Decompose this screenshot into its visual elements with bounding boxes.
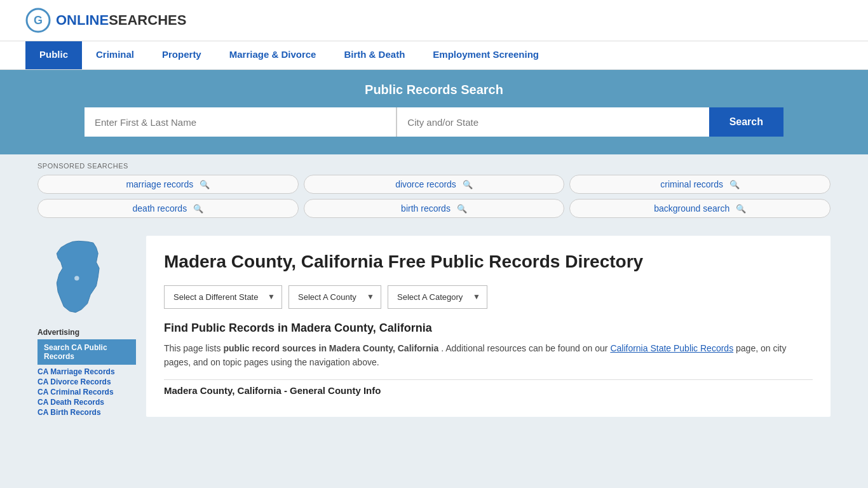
state-dropdown-wrapper[interactable]: Select a Different State ▼ [164,285,282,309]
nav-item-public[interactable]: Public [25,41,82,69]
search-button[interactable]: Search [709,107,783,137]
sponsored-label: SPONSORED SEARCHES [37,162,831,170]
search-icon-birth: 🔍 [457,204,467,214]
search-icon-criminal: 🔍 [729,180,740,189]
svg-text:G: G [34,14,43,27]
search-banner: Public Records Search Search [0,70,868,154]
search-banner-title: Public Records Search [25,83,843,97]
search-icon-divorce: 🔍 [463,180,473,189]
content-area: SPONSORED SEARCHES marriage records 🔍 di… [27,154,841,427]
page-title: Madera County, California Free Public Re… [164,251,813,273]
pill-background-search[interactable]: background search 🔍 [569,199,831,218]
search-icon-marriage: 🔍 [200,180,210,189]
sponsored-pills: marriage records 🔍 divorce records 🔍 cri… [37,175,831,194]
sidebar: Advertising Search CA Public Records CA … [37,236,136,417]
logo-text: ONLINESEARCHES [56,12,186,29]
content-body: Advertising Search CA Public Records CA … [27,226,841,427]
divider [164,379,813,380]
svg-point-2 [74,276,79,280]
pill-divorce-records[interactable]: divorce records 🔍 [304,175,565,194]
ad-link-4[interactable]: CA Birth Records [37,408,136,417]
header: G ONLINESEARCHES [0,0,868,41]
category-dropdown-wrapper[interactable]: Select A Category ▼ [388,285,487,309]
pill-criminal-records[interactable]: criminal records 🔍 [569,175,831,194]
ad-link-2[interactable]: CA Criminal Records [37,388,136,396]
location-input[interactable] [397,107,709,137]
county-dropdown-wrapper[interactable]: Select A County ▼ [288,285,381,309]
ad-link-0[interactable]: CA Marriage Records [37,367,136,376]
name-input[interactable] [85,107,397,137]
ad-highlight[interactable]: Search CA Public Records [37,339,136,365]
category-dropdown[interactable]: Select A Category [388,286,487,308]
ad-link-3[interactable]: CA Death Records [37,398,136,407]
nav-item-employment[interactable]: Employment Screening [419,41,553,69]
section-title: Find Public Records in Madera County, Ca… [164,322,813,335]
pill-death-records[interactable]: death records 🔍 [37,199,299,218]
ad-link-1[interactable]: CA Divorce Records [37,377,136,386]
nav-item-birth-death[interactable]: Birth & Death [330,41,419,69]
nav-item-criminal[interactable]: Criminal [82,41,148,69]
ad-section: Advertising Search CA Public Records CA … [37,328,136,417]
nav-item-marriage-divorce[interactable]: Marriage & Divorce [215,41,330,69]
section-description: This page lists public record sources in… [164,341,813,370]
dropdown-row: Select a Different State ▼ Select A Coun… [164,285,813,309]
logo-area: G ONLINESEARCHES [25,8,186,33]
pill-marriage-records[interactable]: marriage records 🔍 [37,175,299,194]
general-info-title: Madera County, California - General Coun… [164,385,813,396]
sponsored-section: SPONSORED SEARCHES marriage records 🔍 di… [27,154,841,226]
search-icon-background: 🔍 [736,204,746,214]
logo-icon: G [25,8,51,33]
state-map [37,236,136,320]
sponsored-pills-row2: death records 🔍 birth records 🔍 backgrou… [37,199,831,218]
county-dropdown[interactable]: Select A County [289,286,381,308]
main-container: SPONSORED SEARCHES marriage records 🔍 di… [27,154,841,427]
pill-birth-records[interactable]: birth records 🔍 [304,199,565,218]
ad-label: Advertising [37,328,136,337]
california-map-svg [37,236,114,318]
nav-item-property[interactable]: Property [148,41,215,69]
main-content: Madera County, California Free Public Re… [146,236,831,417]
search-bar: Search [85,107,783,137]
california-state-link[interactable]: California State Public Records [610,343,733,353]
search-icon-death: 🔍 [193,204,203,214]
main-nav: Public Criminal Property Marriage & Divo… [0,41,868,70]
state-dropdown[interactable]: Select a Different State [165,286,281,308]
ad-links: CA Marriage Records CA Divorce Records C… [37,367,136,417]
